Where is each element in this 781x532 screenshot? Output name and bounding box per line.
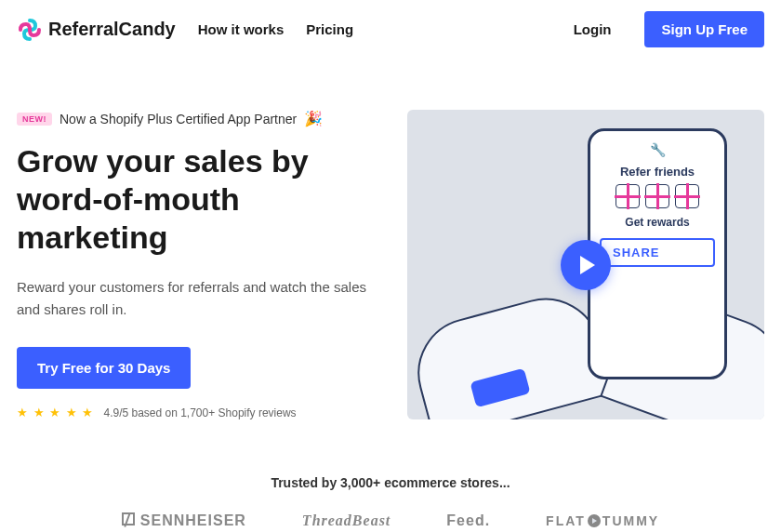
trusted-by-text: Trusted by 3,000+ ecommerce stores... (0, 475, 781, 490)
flattummy-logo: FLAT TUMMY (546, 512, 659, 529)
nav-pricing[interactable]: Pricing (306, 21, 353, 37)
subheadline: Reward your customers for referrals and … (17, 276, 379, 321)
nav-how-it-works[interactable]: How it works (198, 21, 285, 37)
gift-icon (616, 184, 640, 208)
hero-section: NEW! Now a Shopify Plus Certified App Pa… (0, 59, 781, 457)
try-free-button[interactable]: Try Free for 30 Days (17, 347, 191, 389)
rating: ★ ★ ★ ★ ★ 4.9/5 based on 1,700+ Shopify … (17, 406, 379, 419)
party-icon: 🎉 (304, 110, 323, 127)
play-icon (580, 256, 595, 274)
brand-logos: SENNHEISER ThreadBeast Feed. FLAT TUMMY (0, 512, 781, 532)
login-link[interactable]: Login (574, 21, 612, 37)
rewards-text: Get rewards (600, 216, 715, 229)
hero-content: NEW! Now a Shopify Plus Certified App Pa… (17, 110, 379, 419)
feed-logo: Feed. (446, 512, 490, 529)
gift-icon (645, 184, 669, 208)
star-icons: ★ ★ ★ ★ ★ (17, 406, 94, 419)
signup-button[interactable]: Sign Up Free (644, 11, 764, 47)
header: ReferralCandy How it works Pricing Login… (0, 0, 781, 59)
hand-illustration (407, 286, 614, 420)
phone-title: Refer friends (600, 165, 715, 179)
gift-icon (675, 184, 699, 208)
rating-text: 4.9/5 based on 1,700+ Shopify reviews (103, 406, 296, 419)
sennheiser-logo: SENNHEISER (122, 512, 246, 529)
partner-text: Now a Shopify Plus Certified App Partner (60, 112, 297, 126)
logo-icon (17, 17, 43, 43)
share-button-illustration: SHARE (600, 238, 715, 267)
logo-text: ReferralCandy (48, 19, 176, 40)
logo[interactable]: ReferralCandy (17, 17, 176, 43)
new-badge: NEW! (17, 113, 52, 126)
partner-announcement: NEW! Now a Shopify Plus Certified App Pa… (17, 110, 379, 127)
headline: Grow your sales by word-of-mouth marketi… (17, 142, 379, 256)
hero-video[interactable]: 🔧 Refer friends Get rewards SHARE (407, 110, 764, 419)
threadbeast-logo: ThreadBeast (302, 512, 390, 529)
play-button[interactable] (561, 240, 611, 290)
